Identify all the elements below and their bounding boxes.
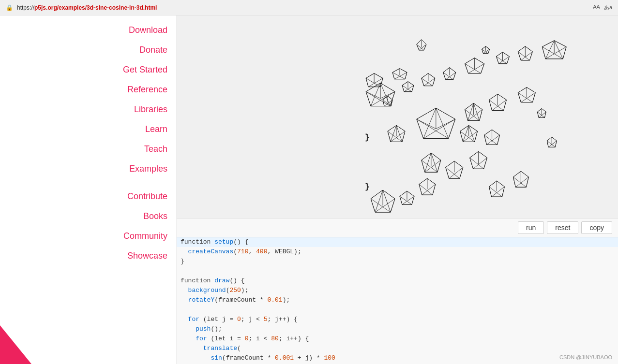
svg-line-152 [371,199,375,212]
svg-line-273 [537,109,542,112]
svg-line-228 [446,161,454,167]
svg-line-146 [521,93,535,102]
svg-line-219 [437,160,441,172]
svg-line-137 [492,100,507,111]
svg-line-234 [446,167,460,178]
svg-line-119 [465,103,474,110]
svg-line-126 [468,110,482,121]
sidebar-item-donate[interactable]: Donate [0,40,176,60]
browser-bar: 🔒 https://p5js.org/examples/3d-sine-cosi… [0,0,618,15]
sidebar-item-examples[interactable]: Examples [0,159,176,179]
svg-line-174 [482,49,488,54]
svg-line-250 [419,184,422,195]
code-editor[interactable]: function setup() { createCanvas(710, 400… [177,237,618,364]
svg-line-46 [468,64,484,73]
svg-line-205 [469,125,475,142]
svg-line-239 [484,158,487,169]
svg-line-131 [498,94,507,100]
svg-line-208 [484,130,492,135]
browser-url: https://p5js.org/examples/3d-sine-cosine… [17,4,589,11]
code-line-7: rotateY(frameCount * 0.01); [177,295,618,305]
code-line-5: function draw() { [177,276,618,286]
sidebar-item-download[interactable]: Download [0,20,176,40]
sidebar-item-community[interactable]: Community [0,226,176,246]
svg-line-156 [383,190,391,212]
sidebar-item-showcase[interactable]: Showcase [0,246,176,266]
copy-button[interactable]: copy [581,221,612,234]
svg-line-243 [470,158,484,169]
browser-controls: AA あa [593,4,612,11]
svg-line-159 [400,191,407,196]
svg-line-230 [460,167,463,178]
lock-icon: 🔒 [6,4,13,11]
sidebar-item-teach[interactable]: Teach [0,139,176,159]
svg-line-150 [391,199,395,212]
url-path: /examples/3d-sine-cosine-in-3d.html [57,4,157,11]
svg-line-264 [513,171,521,177]
run-button[interactable]: run [518,221,544,234]
svg-line-41 [481,64,484,73]
svg-line-244 [473,158,487,169]
svg-line-232 [446,167,449,178]
svg-line-63 [518,52,529,60]
sidebar-item-books[interactable]: Books [0,206,176,226]
sidebar-item-learn[interactable]: Learn [0,119,176,139]
svg-line-155 [375,199,395,212]
svg-line-52 [497,57,499,64]
sidebar-item-reference[interactable]: Reference [0,80,176,100]
svg-line-177 [383,96,388,100]
svg-line-217 [422,153,431,160]
reset-button[interactable]: reset [547,221,578,234]
svg-line-112 [417,119,449,138]
svg-line-10 [542,41,554,47]
svg-line-282 [547,137,552,141]
svg-line-238 [479,151,487,158]
svg-line-36 [392,73,405,79]
svg-line-194 [396,125,402,142]
code-line-1: function setup() { [177,237,618,247]
svg-line-255 [489,181,497,187]
svg-line-21 [366,73,374,78]
svg-line-113 [423,119,455,138]
sidebar: Download Donate Get Started Reference Li… [0,15,177,364]
svg-line-225 [431,153,437,172]
svg-line-22 [374,73,383,78]
svg-line-114 [436,108,449,139]
code-line-9: for (let j = 0; j < 5; j++) { [177,315,618,324]
svg-line-169 [486,46,490,49]
svg-line-97 [443,68,450,73]
svg-line-235 [449,167,463,178]
code-line-3: } [177,257,618,266]
svg-line-247 [427,178,436,184]
svg-line-248 [433,184,436,195]
svg-line-2 [422,40,426,44]
svg-line-203 [460,131,475,142]
sidebar-item-get-started[interactable]: Get Started [0,60,176,80]
code-line-10: push(); [177,324,618,334]
svg-line-115 [423,108,436,139]
page-wrapper: Download Donate Get Started Reference Li… [0,15,618,364]
svg-line-127 [474,103,480,121]
svg-line-187 [396,125,405,131]
svg-line-186 [388,125,396,131]
svg-line-104 [446,73,456,80]
svg-line-31 [400,69,407,73]
code-line-11: for (let i = 0; i < 80; i++) { [177,334,618,344]
svg-line-154 [371,199,391,212]
svg-line-218 [431,153,441,160]
svg-line-136 [489,100,504,111]
svg-line-195 [391,125,396,142]
svg-line-107 [436,108,455,119]
svg-line-253 [422,184,436,195]
svg-line-90 [433,78,435,86]
sidebar-item-contribute[interactable]: Contribute [0,187,176,206]
svg-line-178 [388,96,392,100]
svg-line-68 [390,92,395,106]
svg-line-54 [497,57,507,64]
svg-line-139 [518,87,527,93]
svg-line-50 [507,57,509,64]
sidebar-item-libraries[interactable]: Libraries [0,100,176,119]
svg-line-160 [407,191,414,196]
svg-line-120 [474,103,482,110]
svg-line-76 [366,92,380,99]
